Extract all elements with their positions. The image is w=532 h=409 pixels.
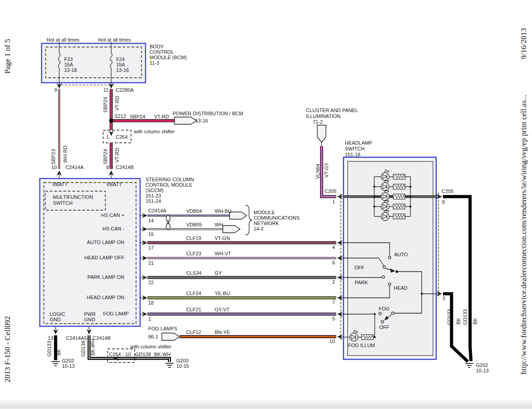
pin-number: 1 xyxy=(106,134,109,140)
hs-title: SWITCH xyxy=(345,146,364,151)
mcn-brace xyxy=(245,205,252,235)
switch-position-label: OFF xyxy=(379,324,389,330)
connector-label: C2414A xyxy=(66,165,84,170)
circuit-label: CLF21 xyxy=(186,307,201,312)
ground-symbol xyxy=(465,363,473,367)
switch-position-label: OFF xyxy=(354,265,364,270)
fuse-name: F23 xyxy=(64,56,73,62)
sccm-row-label: HEAD LAMP OFF xyxy=(85,255,125,260)
sccm-row-label: PARK LAMP ON xyxy=(87,274,124,280)
fog-illum-resistor-icon xyxy=(362,335,373,340)
print-date: 9/16/2013 xyxy=(519,28,528,59)
ground-symbol xyxy=(52,362,60,366)
fog-illum-label: FOG ILLUM xyxy=(348,343,375,348)
wire-color-label: YE-BU xyxy=(215,291,230,296)
arrow-down-icon xyxy=(109,131,114,136)
wire-color-label: BN-YE xyxy=(215,329,230,335)
pin-number: 14 xyxy=(148,218,154,223)
fuse-rating: 15A xyxy=(116,62,125,67)
pin-number: 1 xyxy=(332,199,335,204)
sccm-ref: 151-24 xyxy=(146,198,161,204)
pin-number: 1 xyxy=(148,316,151,322)
sccm-row-label: HEAD LAMP ON xyxy=(87,295,124,300)
wire-color-label: BK-WH xyxy=(90,339,95,356)
offpage-dest-ref: 13-16 xyxy=(195,118,208,123)
wiring-diagram-canvas: Page 1 of 5 2013 F-150 - Cell092 http://… xyxy=(0,0,532,409)
fuse-rating: 15A xyxy=(64,62,73,67)
mfs-label: MULTIFUNCTION xyxy=(53,194,93,200)
hs-ref: 151-18 xyxy=(345,152,360,157)
splice-dot xyxy=(109,119,113,123)
pin-number: 22 xyxy=(148,280,154,285)
bcm-title: MODULE (BCM) xyxy=(150,55,187,60)
pin-number: 2 xyxy=(332,279,335,285)
circuit-label: SBP24 xyxy=(103,97,108,113)
pin-number: 18 xyxy=(148,300,154,306)
bcm-title: CONTROL xyxy=(150,49,174,55)
ground-ref: 10-15 xyxy=(176,363,189,369)
cluster-label: ILLUMINATION xyxy=(306,113,340,119)
fuse-name: F24 xyxy=(116,56,125,62)
sccm-pin-arrows xyxy=(140,213,147,317)
vbatt-label: VBATT xyxy=(106,182,122,187)
wire-color-label: GY xyxy=(215,270,222,276)
switch-position-label: AUTO xyxy=(394,252,408,257)
source-url: http://www.fordtechservice.dealerconnect… xyxy=(519,94,528,374)
pin-number: 9 xyxy=(54,87,57,93)
offpage-dest-label: POWER DISTRIBUTION / BCM xyxy=(173,111,243,116)
sccm-row-label: FOG LAMP xyxy=(103,311,129,316)
circuit-label: VDB04 xyxy=(186,208,202,214)
circuit-label: CLF23 xyxy=(186,251,201,256)
pin-number: 10 xyxy=(52,165,57,170)
fuse-ref: 13-16 xyxy=(116,67,129,73)
ground-label: G202 xyxy=(476,362,488,368)
pin-number: 5 xyxy=(84,335,87,341)
mfs-label: SWITCH xyxy=(53,200,72,206)
cluster-label: CLUSTER AND PANEL xyxy=(306,108,358,113)
mcn-label: MODULE xyxy=(254,210,275,215)
bcm-box xyxy=(42,43,146,83)
circuit-label: CLF24 xyxy=(186,291,201,296)
pin-number: 11 xyxy=(104,87,108,93)
connector-label: C2414B xyxy=(116,165,134,170)
circuit-label: CLF19 xyxy=(186,235,201,241)
mcn-ref: 14-2 xyxy=(254,226,264,231)
page-bottom-edge xyxy=(0,399,532,409)
vbatt-label: VBATT xyxy=(52,182,68,187)
hot-label-left: Hot at all times xyxy=(47,37,80,42)
pin-number: 5 xyxy=(332,316,335,321)
twisted-pair-icon xyxy=(166,216,170,230)
bcm-ref: 11-3 xyxy=(150,60,159,66)
circuit-label: GD133 xyxy=(447,309,452,325)
pin-number: 6 xyxy=(332,260,335,265)
mcn-label: NETWORK xyxy=(254,221,279,226)
option-note: with column shifter xyxy=(130,344,171,349)
doc-title: 2013 F-150 - Cell092 xyxy=(3,316,12,382)
circuit-label: GD138 xyxy=(80,341,86,357)
splice-label: S212 xyxy=(114,113,126,119)
page-indicator: Page 1 of 5 xyxy=(3,39,12,74)
connector-label: C264 - 10 xyxy=(109,352,131,357)
switch-position-label: FOG xyxy=(379,306,390,311)
bcm-title: BODY xyxy=(150,44,164,49)
ground-label: G202 xyxy=(62,358,74,363)
gnd-label: GND xyxy=(84,317,95,322)
pin-number: 17 xyxy=(148,245,154,250)
wire-color-label: VT-GY xyxy=(324,162,329,178)
gnd-label: PWR xyxy=(84,311,96,317)
pin-number: 15 xyxy=(148,231,154,237)
switch-position-label: PARK xyxy=(355,280,368,285)
circuit-label: SBP23 xyxy=(51,149,56,165)
pin-number: 4 xyxy=(332,244,335,250)
fuse-ref: 13-18 xyxy=(64,67,77,73)
switch-position-label: HEAD xyxy=(394,285,408,291)
sccm-row-label: AUTO LAMP ON xyxy=(87,240,124,245)
wire-color-label: VT-RD xyxy=(114,96,120,111)
connector-label: C2280A xyxy=(116,87,134,93)
wire-color-label: WH-RD xyxy=(62,146,68,163)
offpage-dest-label: FOG LAMPS xyxy=(148,326,177,331)
ground-ref: 10-13 xyxy=(476,368,489,373)
connector-label: C205 xyxy=(442,188,453,194)
offpage-arrow-mcn-2 xyxy=(223,226,240,233)
sccm-title: STEERING COLUMN xyxy=(146,177,194,182)
